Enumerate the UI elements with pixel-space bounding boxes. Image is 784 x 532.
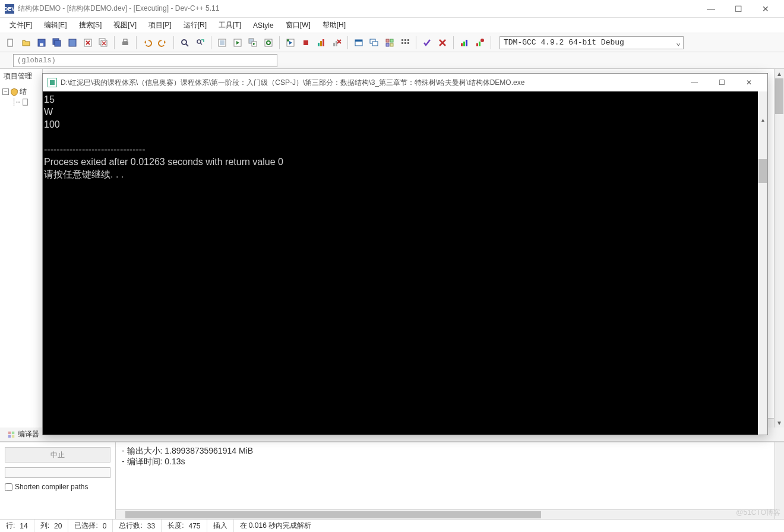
- tree-child[interactable]: ┊┄: [1, 97, 41, 107]
- save-all-icon[interactable]: [50, 36, 64, 50]
- scroll-down-icon[interactable]: ▾: [774, 418, 784, 428]
- undo-icon[interactable]: [140, 36, 154, 50]
- compiler-selector[interactable]: TDM-GCC 4.9.2 64-bit Debug: [500, 36, 684, 49]
- console-icon: [48, 78, 57, 87]
- menu-window[interactable]: 窗口[W]: [280, 18, 317, 33]
- menu-file[interactable]: 文件[F]: [4, 18, 38, 33]
- collapse-icon[interactable]: −: [2, 88, 9, 95]
- menu-run[interactable]: 运行[R]: [178, 18, 213, 33]
- scrollbar-thumb[interactable]: [758, 159, 767, 183]
- menu-view[interactable]: 视图[V]: [108, 18, 143, 33]
- menu-help[interactable]: 帮助[H]: [317, 18, 352, 33]
- print-icon[interactable]: [118, 36, 132, 50]
- svg-rect-26: [333, 43, 335, 46]
- svg-rect-33: [390, 39, 393, 42]
- minimize-button[interactable]: —: [697, 0, 725, 18]
- tree-root-label: 结: [20, 87, 27, 97]
- menu-project[interactable]: 项目[P]: [143, 18, 178, 33]
- chart-icon[interactable]: [457, 36, 472, 50]
- stop-button[interactable]: 中止: [5, 447, 110, 463]
- svg-rect-42: [461, 43, 463, 46]
- scroll-up-icon[interactable]: ▴: [774, 69, 784, 78]
- replace-icon[interactable]: [193, 36, 207, 50]
- scroll-up-icon[interactable]: ▴: [758, 115, 767, 125]
- titlebar: DEV 结构体DEMO - [结构体DEMO.dev] - [Executing…: [0, 0, 784, 18]
- save-icon[interactable]: [34, 36, 49, 50]
- svg-rect-37: [404, 39, 406, 41]
- svg-rect-10: [124, 39, 127, 42]
- redo-icon[interactable]: [156, 36, 170, 50]
- console-minimize-button[interactable]: —: [681, 74, 708, 91]
- output-scrollbar-v[interactable]: [774, 442, 784, 519]
- chart-delete-icon[interactable]: [473, 36, 487, 50]
- menu-edit[interactable]: 编辑[E]: [38, 18, 73, 33]
- find-icon[interactable]: [178, 36, 192, 50]
- svg-rect-35: [390, 43, 393, 46]
- compiler-output[interactable]: - 输出大小: 1.89938735961914 MiB - 编译时间: 0.1…: [116, 442, 774, 509]
- svg-rect-24: [320, 41, 322, 46]
- tab-compiler[interactable]: 编译器: [2, 428, 44, 441]
- scope-selector[interactable]: (globals): [13, 54, 277, 67]
- close-button[interactable]: ✕: [752, 0, 779, 18]
- window-list-icon[interactable]: [367, 36, 381, 50]
- new-file-icon[interactable]: [4, 36, 18, 50]
- status-col: 列:20: [34, 520, 69, 532]
- menu-astyle[interactable]: AStyle: [247, 19, 280, 32]
- svg-rect-32: [386, 39, 389, 42]
- scrollbar-thumb[interactable]: [125, 511, 541, 518]
- output-scrollbar-h[interactable]: [116, 509, 774, 519]
- close-file-icon[interactable]: [81, 36, 95, 50]
- new-window-icon[interactable]: [352, 36, 366, 50]
- save-as-icon[interactable]: [65, 36, 80, 50]
- editor-scrollbar-v[interactable]: ▴ ▾: [774, 69, 784, 428]
- open-icon[interactable]: [19, 36, 33, 50]
- checkbox-input[interactable]: [5, 483, 12, 491]
- grid-icon[interactable]: [382, 36, 397, 50]
- console-scrollbar-v[interactable]: ▴: [758, 91, 767, 435]
- debug-icon[interactable]: [283, 36, 298, 50]
- stop-debug-icon[interactable]: [299, 36, 313, 50]
- console-maximize-button[interactable]: ☐: [708, 74, 735, 91]
- check-icon[interactable]: [420, 36, 434, 50]
- console-titlebar[interactable]: D:\红泥巴\我的课程体系\（信息奥赛）课程体系\第一阶段：入门级（CSP-J）…: [43, 74, 767, 91]
- svg-rect-25: [323, 39, 324, 46]
- svg-rect-9: [122, 42, 128, 45]
- rebuild-icon[interactable]: [261, 36, 276, 50]
- status-selection: 已选择:0: [68, 520, 113, 532]
- svg-rect-43: [463, 42, 465, 46]
- svg-rect-38: [407, 39, 409, 41]
- svg-point-21: [287, 39, 289, 42]
- apps-icon[interactable]: [398, 36, 412, 50]
- svg-rect-22: [304, 40, 308, 45]
- scrollbar-thumb[interactable]: [775, 78, 783, 114]
- main-toolbar: TDM-GCC 4.9.2 64-bit Debug: [0, 33, 784, 52]
- compile-run-icon[interactable]: [246, 36, 260, 50]
- console-output[interactable]: 15 W 100 -------------------------------…: [43, 91, 767, 435]
- svg-rect-50: [8, 431, 11, 433]
- sidebar: 项目管理 − 结 ┊┄: [0, 69, 43, 428]
- maximize-button[interactable]: ☐: [725, 0, 752, 18]
- menu-tools[interactable]: 工具[T]: [213, 18, 247, 33]
- compile-icon[interactable]: [215, 36, 229, 50]
- profile-icon[interactable]: [314, 36, 328, 50]
- run-icon[interactable]: [230, 36, 245, 50]
- file-icon: [21, 98, 30, 106]
- status-total-lines: 总行数:33: [113, 520, 162, 532]
- menu-search[interactable]: 搜索[S]: [73, 18, 108, 33]
- delete-profile-icon[interactable]: [330, 36, 344, 50]
- console-window: D:\红泥巴\我的课程体系\（信息奥赛）课程体系\第一阶段：入门级（CSP-J）…: [42, 73, 768, 435]
- close-all-icon[interactable]: [96, 36, 110, 50]
- status-length: 长度:475: [162, 520, 207, 532]
- svg-rect-36: [402, 39, 403, 41]
- svg-rect-39: [402, 42, 403, 44]
- tree-root[interactable]: − 结: [1, 86, 41, 97]
- svg-rect-45: [476, 43, 478, 46]
- svg-rect-44: [466, 40, 467, 46]
- project-tree[interactable]: − 结 ┊┄: [0, 84, 42, 109]
- clear-icon[interactable]: [435, 36, 450, 50]
- svg-point-47: [480, 39, 484, 42]
- console-title: D:\红泥巴\我的课程体系\（信息奥赛）课程体系\第一阶段：入门级（CSP-J）…: [61, 78, 681, 88]
- shorten-paths-checkbox[interactable]: Shorten compiler paths: [5, 483, 110, 491]
- sidebar-title: 项目管理: [0, 69, 42, 84]
- console-close-button[interactable]: ✕: [735, 74, 763, 91]
